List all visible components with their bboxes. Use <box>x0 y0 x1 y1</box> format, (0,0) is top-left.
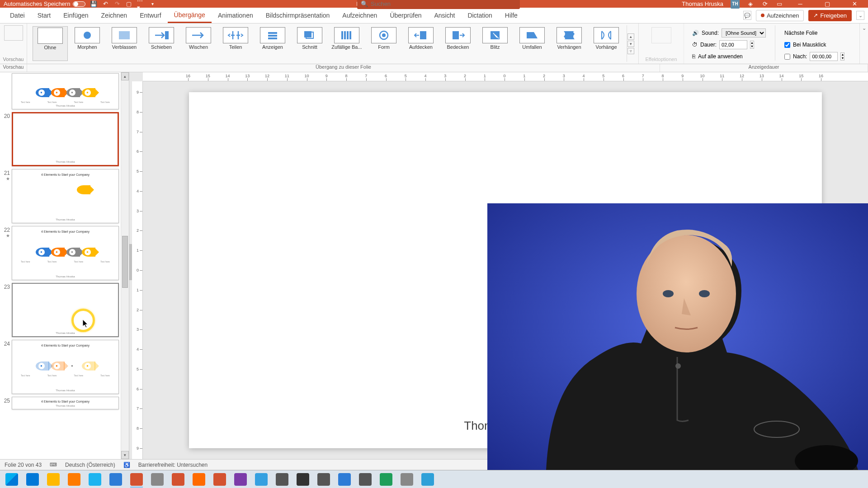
window-mode-icon[interactable]: ▭ <box>776 0 783 8</box>
menu-tab-datei[interactable]: Datei <box>4 8 31 23</box>
preview-button[interactable] <box>4 25 23 41</box>
scroll-up-icon[interactable]: ▴ <box>121 72 129 80</box>
transition-form[interactable]: Form <box>366 26 401 61</box>
taskbar-app-6[interactable] <box>147 471 167 488</box>
transition-verblassen[interactable]: Verblassen <box>107 26 142 61</box>
transition-wischen[interactable]: Wischen <box>181 26 216 61</box>
taskbar-app-8[interactable] <box>189 471 209 488</box>
taskbar-app-3[interactable] <box>85 471 105 488</box>
start-button[interactable] <box>2 471 22 488</box>
taskbar-app-13[interactable] <box>293 471 313 488</box>
share-button[interactable]: ↗ Freigeben <box>808 10 852 21</box>
autosave-toggle[interactable]: Automatisches Speichern <box>4 0 85 7</box>
transition-teilen[interactable]: Teilen <box>218 26 253 61</box>
close-button[interactable]: ✕ <box>844 0 864 8</box>
undo-icon[interactable]: ↶ <box>102 0 109 8</box>
thumbnails-scrollbar[interactable]: ▴ ▾ <box>121 72 129 459</box>
taskbar-app-15[interactable] <box>335 471 354 488</box>
thumbnail-24[interactable]: 244 Elements to Start your Company●●●●Te… <box>2 340 119 394</box>
transition-schnitt[interactable]: Schnitt <box>292 26 327 61</box>
svg-rect-5 <box>268 38 277 39</box>
after-input[interactable] <box>810 52 838 61</box>
gallery-more[interactable]: ▴ ▾ ▿ <box>627 25 635 62</box>
menu-tab-start[interactable]: Start <box>31 8 57 23</box>
gallery-expand-icon[interactable]: ▿ <box>627 48 634 54</box>
menu-tab-dictation[interactable]: Dictation <box>461 8 498 23</box>
menu-tab-ansicht[interactable]: Ansicht <box>428 8 461 23</box>
menu-tab-bildschirmpräsentation[interactable]: Bildschirmpräsentation <box>259 8 336 23</box>
transition-verhngen[interactable]: Verhängen <box>552 26 587 61</box>
svg-rect-7 <box>304 31 311 38</box>
scroll-down-icon[interactable]: ▾ <box>121 451 129 459</box>
taskbar-app-7[interactable] <box>168 471 188 488</box>
transition-schieben[interactable]: Schieben <box>144 26 179 61</box>
thumbnail-20[interactable]: 20Thomas Hruska <box>2 112 119 166</box>
menu-tab-übergänge[interactable]: Übergänge <box>168 8 212 23</box>
transition-aufdecken[interactable]: Aufdecken <box>403 26 439 61</box>
taskbar-app-0[interactable] <box>23 471 42 488</box>
on-click-checkbox[interactable] <box>784 42 790 48</box>
duration-spinner[interactable]: ▲▼ <box>750 41 754 49</box>
transition-anzeigen[interactable]: Anzeigen <box>255 26 290 61</box>
menu-tab-animationen[interactable]: Animationen <box>212 8 259 23</box>
maximize-button[interactable]: ▢ <box>817 0 837 8</box>
qat-overflow-icon[interactable]: ▾ <box>149 0 156 8</box>
menu-tab-zeichnen[interactable]: Zeichnen <box>95 8 134 23</box>
transition-morphen[interactable]: Morphen <box>70 26 105 61</box>
taskbar-app-9[interactable] <box>210 471 230 488</box>
redo-icon[interactable]: ↷ <box>113 0 121 8</box>
language-status[interactable]: Deutsch (Österreich) <box>65 462 115 468</box>
gallery-row-down-icon[interactable]: ▾ <box>627 41 634 47</box>
menu-tab-hilfe[interactable]: Hilfe <box>499 8 524 23</box>
scrollbar-thumb[interactable] <box>122 236 128 288</box>
transition-zuflligeba[interactable]: Zufällige Ba... <box>329 26 364 61</box>
ribbon-collapse-icon[interactable]: ⌄ <box>856 11 864 20</box>
taskbar-app-14[interactable] <box>314 471 334 488</box>
transition-ohne[interactable]: Ohne <box>33 26 68 61</box>
thumbnail-prev[interactable]: ●●●●Text hereText hereText hereText here… <box>2 73 119 109</box>
thumbnail-21[interactable]: 21★4 Elements to Start your CompanyThoma… <box>2 169 119 223</box>
transition-vorhnge[interactable]: Vorhänge <box>589 26 624 61</box>
comments-icon[interactable]: 💬 <box>743 11 751 20</box>
taskbar-app-4[interactable] <box>106 471 126 488</box>
taskbar-app-5[interactable] <box>127 471 146 488</box>
accessibility-status[interactable]: Barrierefreiheit: Untersuchen <box>138 462 208 468</box>
taskbar-app-12[interactable] <box>272 471 292 488</box>
after-spinner[interactable]: ▲▼ <box>840 52 844 61</box>
present-icon[interactable]: ▢ <box>125 0 132 8</box>
taskbar-app-1[interactable] <box>43 471 63 488</box>
taskbar-app-18[interactable] <box>397 471 417 488</box>
taskbar-app-11[interactable] <box>251 471 271 488</box>
gallery-row-up-icon[interactable]: ▴ <box>627 33 634 40</box>
save-icon[interactable]: 💾 <box>90 0 97 8</box>
minimize-button[interactable]: ─ <box>790 0 810 8</box>
transition-bedecken[interactable]: Bedecken <box>440 26 476 61</box>
taskbar-app-16[interactable] <box>355 471 375 488</box>
taskbar-app-2[interactable] <box>64 471 84 488</box>
taskbar-app-19[interactable] <box>418 471 438 488</box>
menu-tab-überprüfen[interactable]: Überprüfen <box>383 8 428 23</box>
duration-input[interactable] <box>719 40 747 49</box>
search-box[interactable]: 🔍 <box>357 0 520 9</box>
taskbar-app-17[interactable] <box>376 471 396 488</box>
menu-tab-einfügen[interactable]: Einfügen <box>57 8 94 23</box>
record-dot-icon <box>761 14 764 17</box>
ribbon-expand-icon[interactable]: ⌄ <box>862 25 866 31</box>
after-checkbox[interactable] <box>784 54 790 60</box>
transition-umfallen[interactable]: Umfallen <box>514 26 550 61</box>
menu-tab-aufzeichnen[interactable]: Aufzeichnen <box>336 8 383 23</box>
search-input[interactable] <box>371 0 516 7</box>
apply-all-button[interactable]: Auf alle anwenden <box>698 53 743 60</box>
record-button[interactable]: Aufzeichnen <box>756 10 804 21</box>
thumbnail-22[interactable]: 22★4 Elements to Start your Company●●●●T… <box>2 226 119 280</box>
thumbnail-23[interactable]: 23Thomas Hruska <box>2 283 119 337</box>
sound-select[interactable]: [Ohne Sound] <box>722 28 766 38</box>
diamond-icon[interactable]: ◈ <box>747 0 754 8</box>
sync-icon[interactable]: ⟳ <box>761 0 769 8</box>
thumbnail-25[interactable]: 254 Elements to Start your CompanyThomas… <box>2 397 119 409</box>
duration-icon: ⏱ <box>692 42 698 48</box>
taskbar-app-10[interactable] <box>231 471 250 488</box>
user-avatar[interactable]: TH <box>731 0 740 9</box>
more-qat-icon[interactable]: ⋯▾ <box>137 0 144 8</box>
transition-blitz[interactable]: Blitz <box>477 26 513 61</box>
